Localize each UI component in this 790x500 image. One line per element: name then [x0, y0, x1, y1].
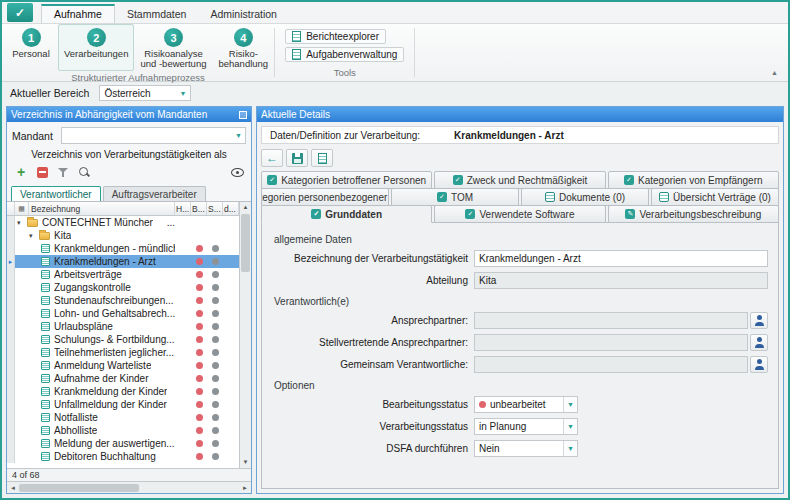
tree-row-notfalliste[interactable]: Notfalliste [7, 411, 239, 424]
tree-row-schulungs-fortbildung[interactable]: Schulungs- & Fortbildung... [7, 333, 239, 346]
tab-zweck-und-rechtm-igkeit[interactable]: ✓Zweck und Rechtmäßigkeit [434, 171, 605, 189]
combo-verarbeitungsstatus[interactable]: in Planung▼ [474, 418, 578, 435]
ribbon-tab-aufnahme[interactable]: Aufnahme [41, 4, 115, 23]
status-cell [223, 437, 239, 450]
tab-kategorien-von-empf-ngern[interactable]: ✓Kategorien von Empfängern [608, 171, 779, 189]
field-gemeinsam-verantwortliche[interactable] [474, 356, 748, 373]
column-header-d[interactable]: d... [223, 202, 239, 215]
column-header-s[interactable]: S... [207, 202, 223, 215]
report-button[interactable] [311, 149, 333, 167]
mandant-select[interactable]: ▼ [61, 127, 246, 144]
scrollbar-track[interactable] [240, 273, 251, 457]
status-cell [191, 216, 207, 229]
tab-tom[interactable]: ✓TOM [391, 188, 519, 206]
vertical-scrollbar[interactable]: ▲ ▼ [239, 202, 251, 468]
scroll-left-icon[interactable]: ◄ [7, 485, 19, 491]
tree-row-abholliste[interactable]: Abholliste [7, 424, 239, 437]
red-status-icon [196, 245, 203, 252]
select-person-button[interactable] [750, 334, 768, 351]
tree-row-zugangskontrolle[interactable]: Zugangskontrolle [7, 281, 239, 294]
processing-item-icon [41, 244, 50, 253]
tool-aufgabenverwaltung[interactable]: Aufgabenverwaltung [285, 47, 404, 62]
tool-berichteexplorer[interactable]: Berichteexplorer [285, 29, 386, 44]
tree-row-contechnet-m-nchen[interactable]: ▾CONTECHNET München... [7, 216, 239, 229]
tab-grunddaten[interactable]: ✓Grunddaten [261, 205, 432, 223]
save-button[interactable] [286, 149, 308, 167]
tree-row-krankmeldungen-arzt[interactable]: ▸Krankmeldungen - Arzt [7, 255, 239, 268]
select-person-button[interactable] [750, 356, 768, 373]
status-cell [175, 411, 191, 424]
toolbar-filter-button[interactable] [54, 164, 72, 181]
processing-item-icon [41, 270, 50, 279]
chevron-down-icon[interactable]: ▼ [563, 419, 577, 434]
tab-kategorien-betroffener-personen[interactable]: ✓Kategorien betroffener Personen [261, 171, 432, 189]
tree-row-urlaubspl-ne[interactable]: Urlaubspläne [7, 320, 239, 333]
tree-row-meldung-der-auswertigen[interactable]: Meldung der auswertigen... [7, 437, 239, 450]
tab-bersicht-vertr-ge-0[interactable]: Übersicht Verträge (0) [651, 188, 779, 206]
chevron-down-icon[interactable]: ▼ [563, 441, 577, 456]
tree-row-teilnehmerlisten-jeglicher[interactable]: Teilnehmerlisten jeglicher... [7, 346, 239, 359]
processing-item-icon [41, 426, 50, 435]
scrollbar-thumb[interactable] [19, 484, 139, 492]
tree-row-label: Krankmeldungen - mündlich [54, 243, 175, 254]
area-select[interactable]: Österreich ▼ [99, 85, 191, 101]
expander-icon[interactable]: ▾ [29, 232, 37, 240]
ribbon-step-personal[interactable]: 1Personal [4, 24, 58, 71]
toolbar-visibility-button[interactable] [228, 164, 246, 181]
tree-row-label: CONTECHNET München [42, 217, 153, 228]
column-header-b[interactable]: B... [191, 202, 207, 215]
tree-row-kita[interactable]: ▾Kita [7, 229, 239, 242]
ribbon-step-risikoanalyse[interactable]: 3Risikoanalyse und -bewertung [134, 24, 212, 71]
tree-row-aufnahme-der-kinder[interactable]: Aufnahme der Kinder [7, 372, 239, 385]
select-person-button[interactable] [750, 312, 768, 329]
scroll-down-icon[interactable]: ▼ [240, 457, 251, 468]
processing-item-icon [41, 387, 50, 396]
tab-kategorien-personenbezogener-daten[interactable]: ✓Kategorien personenbezogener Daten [261, 188, 389, 206]
ribbon-collapse-button[interactable]: ▲ [771, 69, 778, 76]
ribbon-step-risiko[interactable]: 4Risiko- behandlung [212, 24, 274, 71]
tab-verarbeitungsbeschreibung[interactable]: ✎Verarbeitungsbeschreibung [608, 205, 779, 223]
tree-row-debitoren-buchhaltung[interactable]: Debitoren Buchhaltung [7, 450, 239, 463]
field-stellvertretende-ansprechpartner[interactable] [474, 334, 748, 351]
column-header-h[interactable]: H... [175, 202, 191, 215]
tree-row-anmeldung-warteliste[interactable]: Anmeldung Warteliste [7, 359, 239, 372]
toolbar-remove-button[interactable] [33, 164, 51, 181]
expander-icon[interactable]: ▾ [17, 219, 25, 227]
status-cell [175, 437, 191, 450]
tree-row-lohn-und-gehaltsabrech[interactable]: Lohn- und Gehaltsabrech... [7, 307, 239, 320]
scroll-right-icon[interactable]: ► [239, 485, 251, 491]
tree-row-label: Notfalliste [54, 412, 98, 423]
field-abteilung[interactable]: Kita [474, 272, 768, 289]
scrollbar-thumb[interactable] [241, 214, 250, 272]
tree-row-krankmeldung-der-kinder[interactable]: Krankmeldung der Kinder [7, 385, 239, 398]
tree-row-unfallmeldung-der-kinder[interactable]: Unfallmeldung der Kinder [7, 398, 239, 411]
status-cell [175, 372, 191, 385]
app-logo-icon[interactable]: ✓ [7, 3, 33, 22]
chevron-down-icon[interactable]: ▼ [563, 397, 577, 412]
back-button[interactable]: ← [261, 149, 283, 167]
details-tab-row: ✓Kategorien personenbezogener Daten✓TOMD… [261, 188, 779, 206]
status-cell [207, 359, 223, 372]
tab-verwendete-software[interactable]: ✓Verwendete Software [434, 205, 605, 223]
column-header-bezeichnung[interactable]: Bezeichnung [29, 202, 175, 215]
scroll-up-icon[interactable]: ▲ [240, 202, 251, 213]
tab-verantwortlicher[interactable]: Verantwortlicher [11, 186, 101, 201]
toolbar-add-button[interactable]: + [12, 164, 30, 181]
pin-icon[interactable] [239, 111, 247, 119]
tree-row-stundenaufschreibungen[interactable]: Stundenaufschreibungen... [7, 294, 239, 307]
status-cell [175, 398, 191, 411]
combo-dsfa-durchf-hren[interactable]: Nein▼ [474, 440, 578, 457]
horizontal-scrollbar[interactable]: ◄ ► [7, 481, 251, 493]
tab-dokumente-0[interactable]: Dokumente (0) [521, 188, 649, 206]
toolbar-search-button[interactable] [75, 164, 93, 181]
ribbon-tab-administration[interactable]: Administration [198, 4, 289, 23]
tree-row-krankmeldungen-m-ndlich[interactable]: Krankmeldungen - mündlich [7, 242, 239, 255]
ribbon-step-verarbeitungen[interactable]: 2Verarbeitungen [58, 24, 134, 71]
tree-row-arbeitsvertr-ge[interactable]: Arbeitsverträge [7, 268, 239, 281]
field-ansprechpartner[interactable] [474, 312, 748, 329]
combo-bearbeitungsstatus[interactable]: unbearbeitet▼ [474, 396, 578, 413]
ribbon-tab-stammdaten[interactable]: Stammdaten [115, 4, 199, 23]
row-marker [7, 424, 15, 437]
tab-auftragsverarbeiter[interactable]: Auftragsverarbeiter [103, 186, 206, 201]
field-bezeichnung-der-verarbeitungst-tigkeit[interactable]: Krankmeldungen - Arzt [474, 250, 768, 267]
